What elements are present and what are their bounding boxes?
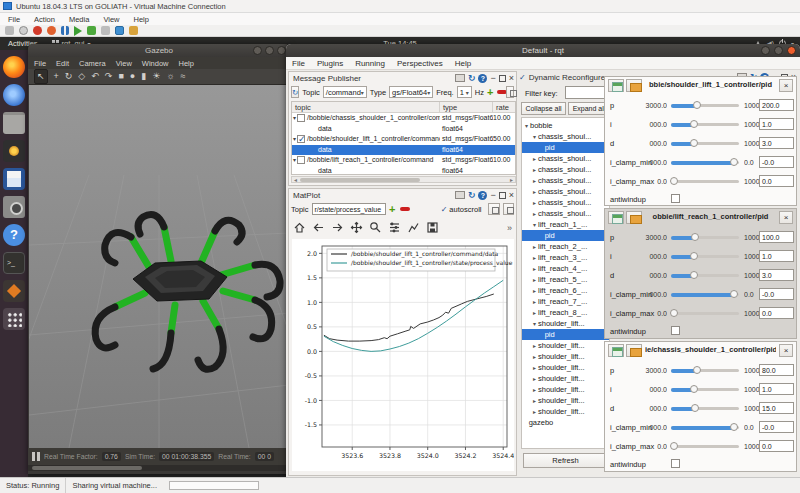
expander-icon[interactable]: ▾ bbox=[293, 115, 296, 121]
gazebo-menu-view[interactable]: View bbox=[116, 59, 132, 68]
home-icon[interactable] bbox=[293, 221, 306, 234]
param-value-input[interactable]: 80.0 bbox=[759, 364, 794, 376]
table-row[interactable]: datafloat64 bbox=[292, 145, 515, 156]
rqt-menu-running[interactable]: Running bbox=[355, 59, 385, 68]
vm-menu-media[interactable]: Media bbox=[69, 15, 89, 24]
select-icon[interactable]: ↖ bbox=[34, 69, 48, 84]
tree-collapsed-icon[interactable]: ▸ bbox=[533, 288, 536, 294]
subplots-icon[interactable] bbox=[388, 221, 401, 234]
message-publisher-settings-icon[interactable] bbox=[455, 74, 465, 82]
stop-icon[interactable] bbox=[33, 26, 42, 35]
slider-handle[interactable] bbox=[730, 423, 738, 431]
remove-publisher-icon[interactable] bbox=[496, 86, 503, 98]
param-slider-i[interactable] bbox=[671, 250, 739, 262]
param-slider-d[interactable] bbox=[671, 137, 739, 149]
slider-handle[interactable] bbox=[730, 290, 738, 298]
dock-item-files[interactable] bbox=[3, 112, 25, 134]
pid-panel-close-button[interactable]: × bbox=[779, 344, 793, 357]
tree-collapsed-icon[interactable]: ▸ bbox=[533, 189, 536, 195]
slider-handle[interactable] bbox=[690, 385, 698, 393]
tree-collapsed-icon[interactable]: ▸ bbox=[533, 409, 536, 415]
gazebo-3d-viewport[interactable] bbox=[29, 85, 289, 448]
gazebo-menu-camera[interactable]: Camera bbox=[79, 59, 106, 68]
rqt-close-button[interactable] bbox=[787, 46, 796, 55]
matplot-settings-icon[interactable] bbox=[455, 191, 465, 199]
tree-item-shoulder_lift[interactable]: ▸shoulder_lift... bbox=[522, 351, 609, 362]
param-slider-p[interactable] bbox=[671, 364, 739, 376]
param-value-input[interactable]: -0.0 bbox=[759, 156, 794, 168]
point-light-icon[interactable]: ☼ bbox=[166, 70, 174, 83]
refresh-topics-button[interactable]: ↻ bbox=[291, 86, 299, 98]
scroll-right-icon[interactable]: ► bbox=[509, 177, 514, 183]
tree-item-lift_reach_6_[interactable]: ▸lift_reach_6_... bbox=[522, 285, 609, 296]
rqt-menu-file[interactable]: File bbox=[292, 59, 305, 68]
gazebo-menu-file[interactable]: File bbox=[34, 59, 46, 68]
tree-item-chassis_shoul[interactable]: ▸chassis_shoul... bbox=[522, 197, 609, 208]
table-row[interactable]: ▾/bobbie/chassis_shoulder_1_controller/c… bbox=[292, 113, 515, 124]
scroll-left-icon[interactable]: ◄ bbox=[293, 177, 298, 183]
param-slider-i_clamp_max[interactable] bbox=[671, 307, 739, 319]
revert-icon[interactable] bbox=[101, 26, 110, 35]
tree-item-bobbie[interactable]: ▾bobbie bbox=[522, 120, 609, 131]
tree-collapsed-icon[interactable]: ▸ bbox=[533, 156, 536, 162]
type-combo[interactable]: gs/Float64▾ bbox=[389, 86, 433, 98]
message-publisher-reload-icon[interactable]: ↻ bbox=[468, 74, 476, 83]
param-slider-i_clamp_min[interactable] bbox=[671, 421, 739, 433]
pid-panel-close-button[interactable]: × bbox=[779, 79, 793, 92]
tree-collapsed-icon[interactable]: ▸ bbox=[533, 178, 536, 184]
table-row[interactable]: datafloat64 bbox=[292, 124, 515, 135]
slider-handle[interactable] bbox=[670, 309, 678, 317]
slider-handle[interactable] bbox=[693, 366, 701, 374]
tree-item-chassis_shoul[interactable]: ▸chassis_shoul... bbox=[522, 175, 609, 186]
tree-item-shoulder_lift[interactable]: ▸shoulder_lift... bbox=[522, 340, 609, 351]
tree-item-lift_reach_4_[interactable]: ▸lift_reach_4_... bbox=[522, 263, 609, 274]
tree-item-lift_reach_2_[interactable]: ▸lift_reach_2_... bbox=[522, 241, 609, 252]
tree-expanded-icon[interactable]: ▾ bbox=[525, 123, 528, 129]
param-value-input[interactable]: 0.0 bbox=[759, 175, 794, 187]
save-params-button[interactable] bbox=[626, 344, 642, 357]
add-publisher-icon[interactable]: + bbox=[487, 87, 493, 98]
expander-icon[interactable]: ▾ bbox=[293, 157, 296, 163]
tree-item-chassis_shoul[interactable]: ▸chassis_shoul... bbox=[522, 164, 609, 175]
param-value-input[interactable]: -0.0 bbox=[759, 421, 794, 433]
box-icon[interactable]: ■ bbox=[118, 70, 123, 83]
rqt-menu-perspectives[interactable]: Perspectives bbox=[397, 59, 443, 68]
dock-item-firefox[interactable] bbox=[3, 56, 25, 78]
tree-collapsed-icon[interactable]: ▸ bbox=[533, 167, 536, 173]
tree-collapsed-icon[interactable]: ▸ bbox=[533, 354, 536, 360]
antiwindup-checkbox[interactable] bbox=[671, 194, 680, 203]
tree-expanded-icon[interactable]: ▾ bbox=[533, 222, 536, 228]
tree-item-shoulder_lift[interactable]: ▸shoulder_lift... bbox=[522, 373, 609, 384]
tree-item-chassis_shoul[interactable]: ▸chassis_shoul... bbox=[522, 208, 609, 219]
slider-handle[interactable] bbox=[690, 120, 698, 128]
tree-collapsed-icon[interactable]: ▸ bbox=[533, 244, 536, 250]
param-slider-p[interactable] bbox=[671, 99, 739, 111]
tree-collapsed-icon[interactable]: ▸ bbox=[533, 376, 536, 382]
load-params-button[interactable] bbox=[608, 344, 624, 357]
display-icon[interactable] bbox=[115, 26, 124, 35]
tree-item-shoulder_lift[interactable]: ▸shoulder_lift... bbox=[522, 395, 609, 406]
slider-handle[interactable] bbox=[690, 252, 698, 260]
message-publisher-close-icon[interactable]: × bbox=[509, 74, 514, 83]
param-value-input[interactable]: 1.0 bbox=[759, 118, 794, 130]
hscrollbar-thumb[interactable] bbox=[300, 178, 420, 182]
tree-item-shoulder_lift[interactable]: ▸shoulder_lift... bbox=[522, 406, 609, 417]
slider-handle[interactable] bbox=[691, 404, 699, 412]
param-slider-i_clamp_max[interactable] bbox=[671, 175, 739, 187]
slider-handle[interactable] bbox=[690, 271, 698, 279]
pid-panel-close-button[interactable]: × bbox=[779, 211, 793, 224]
tree-collapsed-icon[interactable]: ▸ bbox=[533, 310, 536, 316]
refresh-button[interactable]: Refresh bbox=[523, 453, 608, 468]
redo-icon[interactable]: ↷ bbox=[105, 70, 113, 83]
translate-icon[interactable]: + bbox=[54, 70, 59, 83]
topic-combo[interactable]: /command▾ bbox=[323, 86, 367, 98]
forward-icon[interactable] bbox=[331, 221, 344, 234]
antiwindup-checkbox[interactable] bbox=[671, 326, 680, 335]
gazebo-hscrollbar[interactable] bbox=[28, 465, 290, 471]
param-value-input[interactable]: 1.0 bbox=[759, 383, 794, 395]
param-value-input[interactable]: 200.0 bbox=[759, 99, 794, 111]
checkpoint-icon[interactable] bbox=[87, 26, 96, 35]
tree-item-lift_reach_8_[interactable]: ▸lift_reach_8_... bbox=[522, 307, 609, 318]
start-icon[interactable] bbox=[19, 26, 28, 35]
resize-columns-icon[interactable] bbox=[506, 86, 514, 98]
